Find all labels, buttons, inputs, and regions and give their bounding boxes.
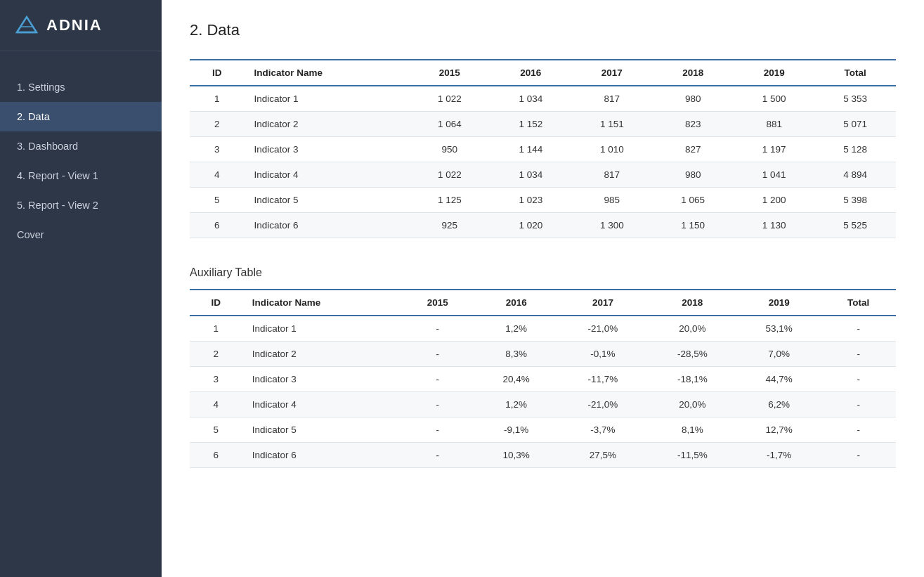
col-header-2019: 2019 [734,60,814,86]
aux-table-body: 1 Indicator 1 - 1,2% -21,0% 20,0% 53,1% … [190,316,896,468]
cell-2018: 8,1% [648,417,737,443]
cell-2016: 1,2% [474,316,558,342]
cell-2017: -21,0% [558,316,647,342]
logo-icon [14,13,39,38]
cell-total: 5 398 [814,188,896,213]
cell-2018: -11,5% [648,443,737,468]
main-content: 2. Data ID Indicator Name 2015 2016 2017… [162,0,924,577]
cell-2019: 1 130 [734,213,814,238]
main-table: ID Indicator Name 2015 2016 2017 2018 20… [190,59,896,238]
cell-2017: 1 300 [571,213,652,238]
cell-2019: 1 041 [734,162,814,188]
cell-total: - [821,443,896,468]
cell-name: Indicator 2 [245,112,410,137]
table-row: 6 Indicator 6 - 10,3% 27,5% -11,5% -1,7%… [190,443,896,468]
cell-id: 3 [190,367,242,392]
cell-2019: 12,7% [737,417,821,443]
main-table-header-row: ID Indicator Name 2015 2016 2017 2018 20… [190,60,896,86]
aux-col-header-id: ID [190,290,242,316]
main-table-container: ID Indicator Name 2015 2016 2017 2018 20… [190,59,896,238]
cell-name: Indicator 4 [242,392,401,417]
cell-name: Indicator 6 [242,443,401,468]
col-header-2018: 2018 [653,60,734,86]
sidebar: ADNIA 1. Settings 2. Data 3. Dashboard 4… [0,0,162,577]
table-row: 1 Indicator 1 1 022 1 034 817 980 1 500 … [190,86,896,112]
cell-name: Indicator 3 [245,137,410,162]
cell-name: Indicator 6 [245,213,410,238]
aux-col-header-2017: 2017 [558,290,647,316]
sidebar-item-data[interactable]: 2. Data [0,102,162,131]
cell-2019: 1 197 [734,137,814,162]
cell-2017: 817 [571,162,652,188]
cell-2019: 53,1% [737,316,821,342]
cell-name: Indicator 3 [242,367,401,392]
cell-2018: 20,0% [648,316,737,342]
table-row: 4 Indicator 4 1 022 1 034 817 980 1 041 … [190,162,896,188]
cell-2015: - [401,417,474,443]
cell-2016: 1 144 [490,137,571,162]
cell-2015: 1 064 [409,112,490,137]
cell-total: - [821,342,896,367]
cell-2015: - [401,367,474,392]
cell-2018: 980 [653,86,734,112]
cell-2019: -1,7% [737,443,821,468]
cell-2016: 1 152 [490,112,571,137]
table-row: 3 Indicator 3 950 1 144 1 010 827 1 197 … [190,137,896,162]
table-row: 2 Indicator 2 1 064 1 152 1 151 823 881 … [190,112,896,137]
cell-2019: 6,2% [737,392,821,417]
cell-2018: 827 [653,137,734,162]
cell-2015: 1 022 [409,86,490,112]
auxiliary-section-label: Auxiliary Table [190,266,896,279]
cell-2017: 1 151 [571,112,652,137]
cell-id: 2 [190,342,242,367]
cell-2018: -18,1% [648,367,737,392]
cell-2017: 985 [571,188,652,213]
cell-total: 5 525 [814,213,896,238]
cell-id: 2 [190,112,245,137]
cell-2016: 1 020 [490,213,571,238]
cell-2019: 1 500 [734,86,814,112]
col-header-id: ID [190,60,245,86]
cell-2016: 1 023 [490,188,571,213]
cell-id: 5 [190,417,242,443]
cell-2016: 8,3% [474,342,558,367]
table-row: 1 Indicator 1 - 1,2% -21,0% 20,0% 53,1% … [190,316,896,342]
sidebar-item-settings[interactable]: 1. Settings [0,72,162,102]
cell-name: Indicator 5 [245,188,410,213]
cell-total: - [821,392,896,417]
aux-table-header-row: ID Indicator Name 2015 2016 2017 2018 20… [190,290,896,316]
cell-2018: 20,0% [648,392,737,417]
sidebar-item-cover[interactable]: Cover [0,220,162,249]
cell-2018: 980 [653,162,734,188]
auxiliary-table: ID Indicator Name 2015 2016 2017 2018 20… [190,289,896,468]
cell-2015: 1 022 [409,162,490,188]
cell-2017: -3,7% [558,417,647,443]
auxiliary-table-container: Auxiliary Table ID Indicator Name 2015 2… [190,266,896,468]
sidebar-item-report-view2[interactable]: 5. Report - View 2 [0,190,162,220]
main-table-body: 1 Indicator 1 1 022 1 034 817 980 1 500 … [190,86,896,238]
table-row: 3 Indicator 3 - 20,4% -11,7% -18,1% 44,7… [190,367,896,392]
logo-text: ADNIA [46,16,103,34]
cell-id: 4 [190,162,245,188]
cell-total: 5 353 [814,86,896,112]
cell-2019: 881 [734,112,814,137]
col-header-2015: 2015 [409,60,490,86]
sidebar-item-report-view1[interactable]: 4. Report - View 1 [0,161,162,190]
cell-2016: -9,1% [474,417,558,443]
cell-2017: -11,7% [558,367,647,392]
cell-id: 1 [190,86,245,112]
cell-id: 4 [190,392,242,417]
cell-2017: -0,1% [558,342,647,367]
table-row: 2 Indicator 2 - 8,3% -0,1% -28,5% 7,0% - [190,342,896,367]
table-row: 6 Indicator 6 925 1 020 1 300 1 150 1 13… [190,213,896,238]
cell-2015: 925 [409,213,490,238]
cell-2018: 823 [653,112,734,137]
cell-id: 6 [190,443,242,468]
cell-2016: 10,3% [474,443,558,468]
cell-2016: 1 034 [490,86,571,112]
logo-area: ADNIA [0,0,162,51]
cell-total: 5 128 [814,137,896,162]
sidebar-item-dashboard[interactable]: 3. Dashboard [0,131,162,161]
cell-id: 3 [190,137,245,162]
svg-marker-0 [17,17,37,32]
